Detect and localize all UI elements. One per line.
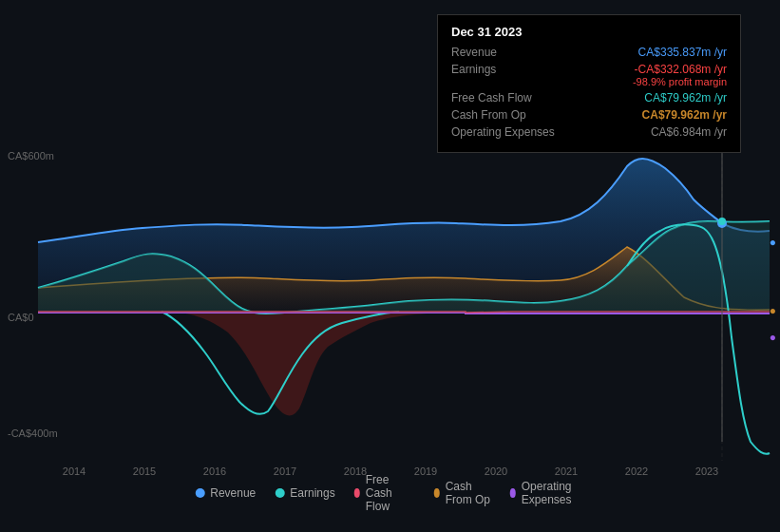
earnings-neg-area	[162, 312, 475, 415]
tooltip-value-revenue: CA$335.837m /yr	[638, 46, 727, 59]
legend-dot-revenue	[195, 488, 204, 498]
cursor-dot-earnings	[718, 218, 726, 225]
legend-dot-cashfromop	[434, 488, 440, 498]
legend-label-cashfromop: Cash From Op	[446, 480, 491, 506]
x-label-2014: 2014	[63, 466, 86, 477]
tooltip-row-earnings: Earnings -CA$332.068m /yr -98.9% profit …	[451, 63, 727, 87]
legend-label-opex: Operating Expenses	[522, 480, 585, 506]
legend-dot-opex	[510, 488, 516, 498]
chart-container: Dec 31 2023 Revenue CA$335.837m /yr Earn…	[0, 0, 780, 532]
legend-label-earnings: Earnings	[290, 486, 334, 500]
tooltip-row-cashfromop: Cash From Op CA$79.962m /yr	[451, 108, 727, 122]
legend-item-opex[interactable]: Operating Expenses	[510, 480, 585, 506]
legend-label-revenue: Revenue	[210, 486, 256, 500]
tooltip-row-fcf: Free Cash Flow CA$79.962m /yr	[451, 91, 727, 104]
tooltip-box: Dec 31 2023 Revenue CA$335.837m /yr Earn…	[437, 14, 741, 153]
x-label-2023: 2023	[695, 466, 718, 477]
tooltip-row-opex: Operating Expenses CA$6.984m /yr	[451, 125, 727, 139]
x-label-2015: 2015	[133, 466, 156, 477]
legend-item-fcf[interactable]: Free Cash Flow	[354, 473, 415, 513]
tooltip-label-fcf: Free Cash Flow	[451, 91, 565, 104]
tooltip-value-cashfromop: CA$79.962m /yr	[642, 108, 727, 122]
legend-label-fcf: Free Cash Flow	[366, 473, 415, 513]
opex-line	[38, 313, 770, 314]
tooltip-date: Dec 31 2023	[451, 25, 727, 39]
legend: Revenue Earnings Free Cash Flow Cash Fro…	[195, 473, 585, 513]
legend-dot-earnings	[275, 488, 284, 498]
legend-dot-fcf	[354, 488, 360, 498]
legend-item-revenue[interactable]: Revenue	[195, 486, 256, 500]
tooltip-profit-margin: -98.9% profit margin	[633, 76, 727, 87]
tooltip-value-fcf: CA$79.962m /yr	[644, 91, 727, 104]
legend-item-cashfromop[interactable]: Cash From Op	[434, 480, 491, 506]
tooltip-label-earnings: Earnings	[451, 63, 565, 76]
tooltip-value-opex: CA$6.984m /yr	[651, 125, 727, 139]
tooltip-label-revenue: Revenue	[451, 46, 565, 59]
chart-svg	[0, 147, 780, 461]
tooltip-row-revenue: Revenue CA$335.837m /yr	[451, 46, 727, 59]
tooltip-value-earnings: -CA$332.068m /yr	[633, 63, 727, 76]
x-label-2022: 2022	[625, 466, 648, 477]
legend-item-earnings[interactable]: Earnings	[275, 486, 334, 500]
tooltip-label-opex: Operating Expenses	[451, 125, 565, 139]
tooltip-label-cashfromop: Cash From Op	[451, 108, 565, 122]
